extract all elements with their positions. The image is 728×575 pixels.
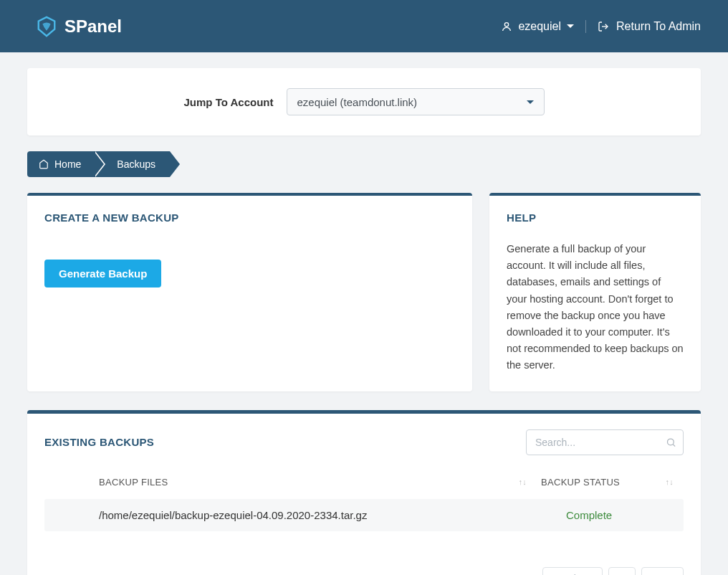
backup-file-path: /home/ezequiel/backup-ezequiel-04.09.202…: [99, 509, 541, 521]
account-select-value: ezequiel (teamdonut.link): [297, 96, 418, 108]
pagination-previous[interactable]: Previous: [542, 567, 603, 576]
sort-icon: ↑↓: [518, 477, 527, 486]
caret-down-icon: [527, 100, 534, 104]
breadcrumb: Home Backups: [27, 151, 701, 177]
return-to-admin-link[interactable]: Return To Admin: [586, 20, 701, 33]
home-icon: [39, 159, 49, 169]
sort-icon: ↑↓: [665, 477, 674, 486]
pagination-page-1[interactable]: 1: [608, 567, 636, 576]
logout-icon: [598, 21, 609, 32]
backup-status: Complete: [541, 509, 674, 521]
breadcrumb-home-label: Home: [54, 158, 81, 170]
brand-name: SPanel: [64, 16, 122, 37]
breadcrumb-backups[interactable]: Backups: [95, 151, 170, 177]
column-backup-files[interactable]: BACKUP FILES: [99, 477, 518, 488]
create-backup-title: CREATE A NEW BACKUP: [27, 196, 472, 224]
jump-label: Jump To Account: [184, 96, 274, 108]
help-title: HELP: [489, 196, 701, 224]
brand-logo[interactable]: SPanel: [36, 16, 122, 37]
breadcrumb-home[interactable]: Home: [27, 151, 95, 177]
help-card: HELP Generate a full backup of your acco…: [489, 193, 701, 391]
caret-down-icon: [567, 24, 574, 28]
header-actions: ezequiel Return To Admin: [501, 20, 701, 33]
svg-point-0: [505, 22, 509, 26]
user-menu[interactable]: ezequiel: [501, 20, 586, 33]
account-select[interactable]: ezequiel (teamdonut.link): [287, 88, 545, 115]
table-header: BACKUP FILES ↑↓ BACKUP STATUS ↑↓: [44, 477, 684, 499]
svg-point-1: [668, 439, 674, 445]
jump-to-account-card: Jump To Account ezequiel (teamdonut.link…: [27, 68, 701, 136]
search-input[interactable]: [526, 429, 684, 455]
table-row: /home/ezequiel/backup-ezequiel-04.09.202…: [44, 499, 684, 531]
generate-backup-button[interactable]: Generate Backup: [44, 260, 161, 288]
username-label: ezequiel: [518, 20, 561, 33]
pagination-next[interactable]: Next: [641, 567, 684, 576]
search-icon: [666, 437, 676, 447]
svg-line-2: [673, 444, 675, 446]
pagination: Previous 1 Next: [44, 567, 684, 576]
return-admin-label: Return To Admin: [616, 20, 701, 33]
column-backup-status[interactable]: BACKUP STATUS: [541, 477, 665, 488]
user-icon: [501, 21, 512, 32]
existing-backups-card: EXISTING BACKUPS BACKUP FILES ↑↓ BACKUP …: [27, 410, 701, 576]
app-header: SPanel ezequiel Return To Admin: [0, 0, 728, 52]
spanel-logo-icon: [36, 16, 57, 37]
create-backup-card: CREATE A NEW BACKUP Generate Backup: [27, 193, 472, 391]
search-wrapper: [526, 429, 684, 455]
breadcrumb-current-label: Backups: [117, 158, 155, 170]
existing-backups-title: EXISTING BACKUPS: [44, 436, 154, 448]
help-text: Generate a full backup of your account. …: [507, 241, 684, 374]
